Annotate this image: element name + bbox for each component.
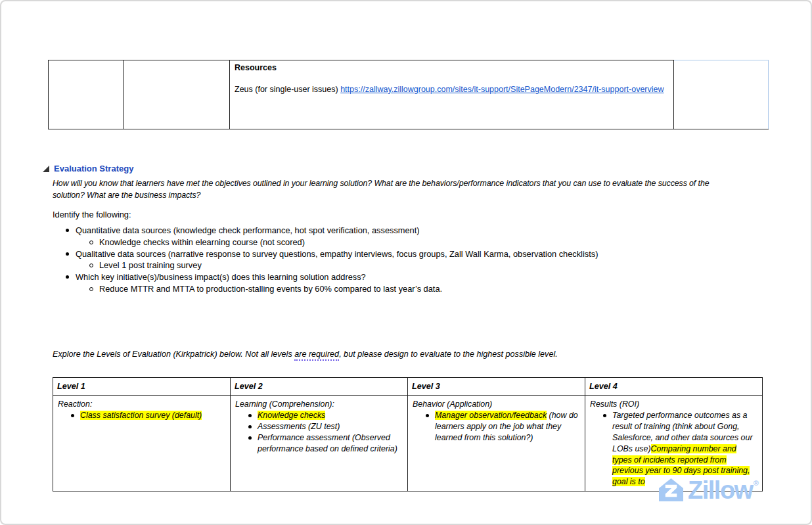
zillow-house-icon xyxy=(659,478,683,501)
collapse-triangle-icon[interactable] xyxy=(43,166,49,172)
bullet-dot-icon xyxy=(248,414,252,417)
levels-header-row: Level 1Level 2Level 3Level 4 xyxy=(53,378,763,396)
resources-cell-content: Resources Zeus (for single-user issues) … xyxy=(230,60,674,129)
level-cell: Learning (Comprehension):Knowledge check… xyxy=(231,396,408,491)
levels-body-row: Reaction:Class satisfaction survey (defa… xyxy=(53,396,763,491)
bullet-dot-icon xyxy=(426,414,429,417)
resources-title: Resources xyxy=(235,63,669,72)
level-bullet-item: Class satisfaction survey (default) xyxy=(58,410,225,421)
highlighted-text: Manager observation/feedback xyxy=(435,411,547,420)
level-cell-title: Reaction: xyxy=(58,399,225,410)
identify-bullet-item: Reduce MTTR and MTTA to production-stall… xyxy=(53,283,598,295)
level-cell-title: Learning (Comprehension): xyxy=(235,399,403,410)
document-page: Resources Zeus (for single-user issues) … xyxy=(0,0,812,525)
section-heading-text: Evaluation Strategy xyxy=(54,164,133,173)
zillow-wordmark: Zillow xyxy=(688,478,753,502)
resources-table: Resources Zeus (for single-user issues) … xyxy=(48,60,769,129)
plain-text: Performance assessment (Observed perform… xyxy=(258,433,397,453)
evaluation-strategy-heading: Evaluation Strategy xyxy=(43,164,133,173)
identify-bullet-text: Which key initiative(s)/business impact(… xyxy=(76,272,366,282)
level-header: Level 1 xyxy=(53,378,231,396)
identify-bullet-text: Level 1 post training survey xyxy=(99,260,202,270)
intro-line-1: How will you know that learners have met… xyxy=(53,177,709,189)
bullet-dot-icon xyxy=(248,436,252,440)
identify-bullet-item: Quantitative data sources (knowledge che… xyxy=(53,225,598,237)
kirk-grammar-underlined: are required xyxy=(294,350,339,361)
resources-cell-empty-1 xyxy=(49,60,124,129)
zeus-text: Zeus (for single-user issues) xyxy=(235,85,340,94)
bullet-dot-icon xyxy=(66,252,69,256)
evaluation-intro: How will you know that learners have met… xyxy=(53,177,709,202)
level-bullet-item: Assessments (ZU test) xyxy=(235,421,403,432)
identify-bullet-text: Reduce MTTR and MTTA to production-stall… xyxy=(99,284,442,294)
level-cell-title: Results (ROI) xyxy=(590,399,757,410)
bullet-dot-icon xyxy=(603,414,606,417)
identify-bullet-item: Which key initiative(s)/business impact(… xyxy=(53,271,598,283)
level-bullet-item: Manager observation/feedback (how do lea… xyxy=(413,410,580,444)
identify-bullet-text: Quantitative data sources (knowledge che… xyxy=(76,225,420,235)
plain-text: Assessments (ZU test) xyxy=(258,422,340,431)
bullet-dot-icon xyxy=(71,414,74,417)
identify-bullet-item: Qualitative data sources (narrative resp… xyxy=(53,248,598,260)
identify-bullet-text: Qualitative data sources (narrative resp… xyxy=(76,249,598,259)
intro-line-2: solution? What are the business impacts? xyxy=(53,189,709,201)
kirkpatrick-note: Explore the Levels of Evaluation (Kirkpa… xyxy=(53,350,558,359)
identify-bullet-text: Knowledge checks within elearning course… xyxy=(99,237,305,247)
highlighted-text: Knowledge checks xyxy=(258,411,325,420)
level-bullet-item: Knowledge checks xyxy=(235,410,403,421)
resources-table-row: Resources Zeus (for single-user issues) … xyxy=(49,60,769,129)
resources-line: Zeus (for single-user issues) https://za… xyxy=(235,83,669,95)
kirk-post: , but please design to evaluate to the h… xyxy=(339,350,558,359)
bullet-dot-icon xyxy=(248,425,252,428)
identify-bullet-item: Level 1 post training survey xyxy=(53,260,598,271)
level-bullet-item: Performance assessment (Observed perform… xyxy=(235,432,403,455)
level-cell-title: Behavior (Application) xyxy=(413,399,580,410)
level-cell: Behavior (Application)Manager observatio… xyxy=(408,396,585,491)
level-header: Level 2 xyxy=(231,378,408,396)
level-cell: Reaction:Class satisfaction survey (defa… xyxy=(53,396,231,491)
resources-cell-empty-2 xyxy=(124,60,230,129)
resources-cell-empty-3 xyxy=(674,60,769,129)
zillow-logo: Zillow ® xyxy=(659,478,759,502)
identify-bullet-item: Knowledge checks within elearning course… xyxy=(53,237,598,248)
identify-list: Quantitative data sources (knowledge che… xyxy=(53,225,598,295)
levels-table: Level 1Level 2Level 3Level 4 Reaction:Cl… xyxy=(53,377,763,491)
kirk-pre: Explore the Levels of Evaluation (Kirkpa… xyxy=(53,350,294,359)
bullet-circle-icon xyxy=(89,240,93,244)
bullet-dot-icon xyxy=(66,275,69,279)
registered-trademark-icon: ® xyxy=(754,479,759,487)
bullet-circle-icon xyxy=(89,287,93,291)
level-header: Level 4 xyxy=(585,378,763,396)
zeus-link[interactable]: https://zallway.zillowgroup.com/sites/it… xyxy=(340,85,664,94)
bullet-dot-icon xyxy=(66,229,69,232)
highlighted-text: Class satisfaction survey (default) xyxy=(80,411,202,420)
bullet-circle-icon xyxy=(89,263,93,267)
identify-label: Identify the following: xyxy=(53,210,131,219)
level-header: Level 3 xyxy=(408,378,585,396)
